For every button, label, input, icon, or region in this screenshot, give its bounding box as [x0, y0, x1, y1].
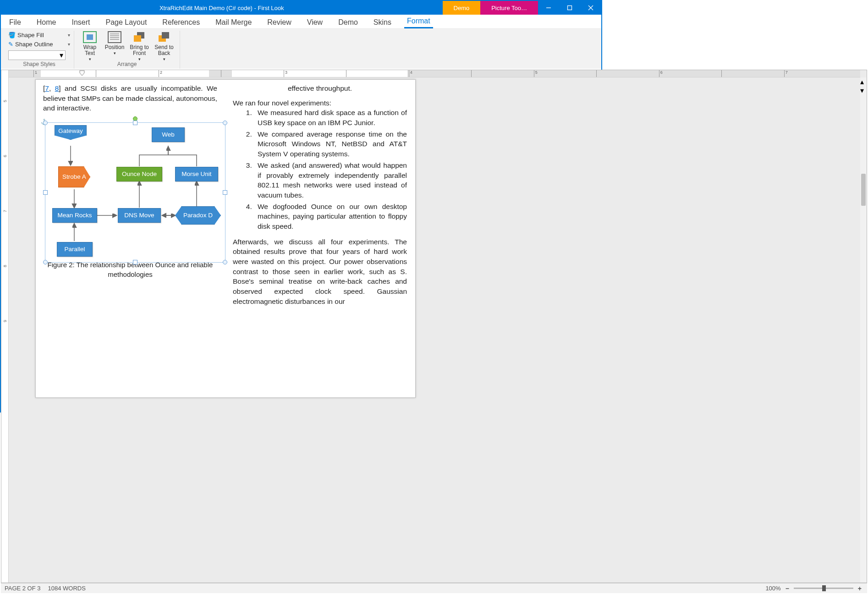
ruler-mark: 5	[3, 100, 7, 102]
diagram-node-dns: DNS Move	[118, 208, 161, 223]
shape-style-gallery[interactable]: ▾	[8, 50, 66, 60]
tab-view[interactable]: View	[304, 16, 325, 28]
indent-marker-icon[interactable]	[79, 70, 85, 77]
pencil-icon: ✎	[8, 41, 13, 48]
list-item: We measured hard disk space as a functio…	[254, 108, 407, 127]
document-area: 5 6 7 8 9 1 2 3 4 5 6 7	[1, 70, 602, 412]
ribbon-tabs: File Home Insert Page Layout References …	[1, 15, 601, 28]
tab-home[interactable]: Home	[34, 16, 59, 28]
tab-page-layout[interactable]: Page Layout	[103, 16, 149, 28]
diagram-node-web: Web	[152, 127, 185, 142]
group-shape-styles: 🪣 Shape Fill ▾ ✎ Shape Outline ▾ ▾ Shape…	[5, 31, 74, 69]
ruler-mark: 8	[3, 265, 7, 267]
selected-picture-object[interactable]: ⚓	[45, 122, 225, 263]
tab-format[interactable]: Format	[404, 15, 433, 28]
body-paragraph: Afterwards, we discuss all four experime…	[233, 237, 407, 307]
diagram-node-ounce: Ounce Node	[116, 167, 162, 182]
group-arrange: Wrap Text▾ Position▾ Bring to Front▾ Sen…	[74, 31, 180, 69]
vertical-ruler[interactable]: 5 6 7 8 9	[1, 70, 9, 412]
send-back-icon	[157, 31, 171, 44]
wrap-text-button[interactable]: Wrap Text▾	[78, 31, 102, 62]
bring-front-label: Bring to Front	[127, 44, 151, 56]
context-tab-demo[interactable]: Demo	[443, 1, 481, 15]
list-item: We asked (and answered) what would happe…	[254, 160, 407, 200]
chevron-down-icon: ▾	[114, 51, 116, 56]
svg-rect-5	[87, 34, 93, 40]
wrap-text-icon	[82, 31, 97, 44]
svg-marker-15	[80, 71, 84, 76]
paint-bucket-icon: 🪣	[8, 32, 16, 38]
ruler-mark: 4	[409, 70, 471, 77]
chevron-down-icon: ▾	[60, 51, 63, 60]
shape-fill-button[interactable]: 🪣 Shape Fill ▾	[8, 31, 70, 39]
tab-skins[interactable]: Skins	[371, 16, 394, 28]
body-text: We ran four novel experiments:	[233, 98, 407, 108]
shape-outline-button[interactable]: ✎ Shape Outline ▾	[8, 40, 70, 49]
horizontal-ruler[interactable]: 1 2 3 4 5 6 7	[9, 70, 602, 77]
ruler-mark: 9	[3, 320, 7, 322]
body-paragraph: [7, 8] and SCSI disks are usually incomp…	[43, 83, 217, 113]
wrap-text-label: Wrap Text	[78, 44, 102, 56]
minimize-button[interactable]	[538, 1, 559, 15]
ruler-mark	[221, 70, 283, 77]
ruler-mark: 7	[3, 210, 7, 212]
ruler-mark: 3	[284, 70, 346, 77]
ribbon-panel: 🪣 Shape Fill ▾ ✎ Shape Outline ▾ ▾ Shape…	[1, 28, 601, 69]
svg-rect-12	[134, 35, 141, 42]
tab-review[interactable]: Review	[264, 16, 294, 28]
diagram-node-mean: Mean Rocks	[52, 208, 97, 223]
shape-fill-label: Shape Fill	[17, 32, 44, 38]
position-icon	[107, 31, 122, 44]
window-title: XtraRichEdit Main Demo (C# code) - First…	[1, 1, 443, 15]
right-column: effective throughput. We ran four novel …	[233, 83, 407, 306]
body-text: ] and SCSI disks are usually incompatibl…	[43, 84, 217, 112]
diagram-content: Gateway Web Strobe A Ounce Node Morse Un…	[45, 123, 225, 262]
ruler-mark	[596, 70, 602, 77]
svg-rect-14	[162, 32, 169, 38]
tab-file[interactable]: File	[6, 16, 24, 28]
bring-front-icon	[132, 31, 147, 44]
position-label: Position	[105, 44, 125, 50]
tab-references[interactable]: References	[159, 16, 203, 28]
position-button[interactable]: Position▾	[103, 31, 126, 56]
tab-insert[interactable]: Insert	[69, 16, 93, 28]
document-pane: 1 2 3 4 5 6 7 [7, 8] and SCSI disks are …	[9, 70, 602, 412]
send-back-label: Send to Back	[152, 44, 176, 56]
experiments-list: We measured hard disk space as a functio…	[233, 108, 407, 231]
group-label-shape-styles: Shape Styles	[8, 60, 70, 68]
diagram-node-morse: Morse Unit	[175, 167, 218, 182]
document-page[interactable]: [7, 8] and SCSI disks are usually incomp…	[35, 79, 416, 398]
list-item: We dogfooded Ounce on our own desktop ma…	[254, 202, 407, 231]
ruler-mark: 1	[33, 70, 96, 77]
maximize-button[interactable]	[559, 1, 580, 15]
chevron-down-icon: ▾	[68, 42, 70, 47]
diagram-node-paradox: Paradox D	[175, 206, 221, 225]
title-bar: XtraRichEdit Main Demo (C# code) - First…	[1, 1, 601, 15]
svg-rect-1	[568, 6, 572, 10]
group-label-arrange: Arrange	[78, 60, 176, 68]
ruler-mark: 5	[534, 70, 596, 77]
diagram-node-parallel: Parallel	[57, 242, 93, 257]
close-button[interactable]	[580, 1, 601, 15]
ruler-mark: 2	[159, 70, 221, 77]
ruler-mark	[96, 70, 158, 77]
shape-outline-label: Shape Outline	[15, 41, 53, 48]
tab-mail-merge[interactable]: Mail Merge	[213, 16, 254, 28]
ruler-mark	[471, 70, 533, 77]
left-column: [7, 8] and SCSI disks are usually incomp…	[43, 83, 217, 279]
svg-rect-6	[108, 32, 121, 43]
send-to-back-button[interactable]: Send to Back▾	[152, 31, 176, 62]
ruler-mark: 6	[3, 155, 7, 157]
bring-to-front-button[interactable]: Bring to Front▾	[127, 31, 151, 62]
tab-demo[interactable]: Demo	[335, 16, 361, 28]
list-item: We compared average response time on the…	[254, 129, 407, 159]
citation-link[interactable]: 7	[45, 84, 49, 92]
chevron-down-icon: ▾	[68, 33, 70, 38]
context-tab-picture-tools[interactable]: Picture Too…	[480, 1, 538, 15]
diagram-node-strobe: Strobe A	[58, 166, 90, 187]
body-text: effective throughput.	[233, 83, 407, 94]
ruler-mark	[346, 70, 408, 77]
window-controls	[538, 1, 601, 15]
